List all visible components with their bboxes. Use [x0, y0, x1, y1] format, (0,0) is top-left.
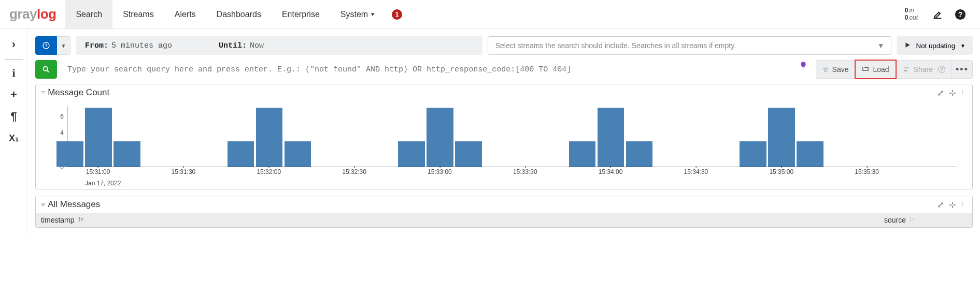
x-tick: 15:34:30: [684, 168, 708, 175]
time-picker-button-group: ▼: [35, 36, 70, 55]
nav-system[interactable]: System ▼: [330, 0, 386, 28]
bar: [285, 141, 311, 167]
logo: graylog: [0, 0, 65, 28]
edit-icon[interactable]: [930, 7, 945, 22]
notification-badge[interactable]: 1: [392, 9, 402, 20]
logo-part2: log: [37, 6, 56, 22]
until-label: Until:: [219, 41, 247, 50]
bar: [113, 141, 140, 167]
search-icon: [42, 65, 50, 74]
plot-area: [67, 106, 957, 167]
io-stats: 0in 0out: [905, 7, 918, 21]
x-axis: 15:31:0015:31:3015:32:0015:32:3015:33:00…: [67, 167, 957, 179]
run-search-button[interactable]: [35, 60, 57, 79]
chevron-down-icon[interactable]: 〉: [961, 200, 967, 209]
play-icon: [904, 41, 911, 50]
star-icon: ☆: [822, 65, 829, 74]
bar: [768, 108, 794, 167]
ellipsis-icon: •••: [956, 64, 969, 75]
sidebar-paragraph[interactable]: ¶: [5, 107, 23, 126]
streams-select[interactable]: Select streams the search should include…: [488, 36, 891, 55]
table-header: timestamp source: [36, 213, 972, 227]
nav-streams[interactable]: Streams: [112, 0, 164, 28]
x-tick: 15:32:30: [342, 168, 366, 175]
update-label: Not updating: [916, 42, 956, 50]
query-input[interactable]: [62, 60, 794, 79]
bar: [85, 108, 111, 167]
folder-icon: [861, 65, 870, 74]
bar: [740, 141, 766, 167]
x-tick: 15:32:00: [257, 168, 281, 175]
sort-icon: [78, 216, 84, 224]
sidebar-variable[interactable]: X₁: [5, 129, 23, 148]
panel-title: Message Count: [48, 87, 932, 98]
panel-all-messages: ≡ All Messages ⤢ ⊹ 〉 timestamp source: [35, 196, 973, 228]
fullscreen-icon[interactable]: ⤢: [937, 200, 944, 210]
share-button[interactable]: Share ?: [896, 60, 952, 79]
drag-handle-icon[interactable]: ≡: [41, 89, 44, 97]
column-source[interactable]: source: [884, 216, 915, 224]
x-tick: 15:35:00: [769, 168, 793, 175]
clock-icon: [42, 41, 50, 50]
bar: [626, 141, 652, 167]
load-button[interactable]: Load: [855, 60, 896, 79]
svg-text:?: ?: [958, 10, 962, 18]
bar: [455, 141, 481, 167]
svg-point-4: [904, 66, 906, 68]
nav-alerts[interactable]: Alerts: [164, 0, 206, 28]
time-picker-button[interactable]: [35, 36, 57, 55]
pilcrow-icon: ¶: [10, 110, 17, 123]
x-sub-icon: X₁: [9, 133, 19, 144]
x-tick: 15:33:30: [513, 168, 537, 175]
update-button[interactable]: Not updating ▼: [897, 36, 973, 55]
sidebar: › i + ¶ X₁: [0, 29, 28, 234]
hint-icon[interactable]: [799, 60, 807, 79]
chevron-right-icon: ›: [12, 38, 16, 51]
chevron-down-icon[interactable]: 〉: [961, 89, 967, 97]
caret-down-icon: ▼: [877, 41, 885, 50]
save-button[interactable]: ☆ Save: [816, 60, 856, 79]
from-label: From:: [85, 41, 108, 50]
plus-icon: +: [10, 88, 17, 101]
chart-date-label: Jan 17, 2022: [51, 180, 957, 187]
collapse-grid-icon[interactable]: ⊹: [949, 88, 956, 98]
sidebar-add[interactable]: +: [5, 85, 23, 104]
sidebar-separator: [5, 59, 23, 60]
sidebar-expand[interactable]: ›: [5, 35, 23, 54]
bar: [228, 141, 254, 167]
bar: [56, 141, 83, 167]
x-tick: 15:31:30: [172, 168, 196, 175]
svg-point-3: [44, 67, 48, 71]
x-tick: 15:33:00: [428, 168, 452, 175]
column-timestamp[interactable]: timestamp: [41, 216, 84, 224]
help-icon[interactable]: ?: [953, 7, 968, 22]
caret-down-icon: ▼: [370, 11, 375, 17]
fullscreen-icon[interactable]: ⤢: [937, 88, 944, 98]
panel-title: All Messages: [48, 199, 932, 210]
time-range-bar[interactable]: From: 5 minutes ago Until: Now: [76, 36, 482, 55]
nav-dashboards[interactable]: Dashboards: [206, 0, 272, 28]
drag-handle-icon[interactable]: ≡: [41, 200, 44, 209]
chart: 0246 15:31:0015:31:3015:32:0015:32:3015:…: [51, 106, 957, 179]
more-button[interactable]: •••: [952, 60, 973, 79]
logo-part1: gray: [9, 6, 37, 22]
y-tick: 4: [60, 129, 64, 137]
nav-enterprise[interactable]: Enterprise: [272, 0, 330, 28]
share-icon: [902, 65, 911, 74]
caret-down-icon: ▼: [61, 43, 66, 49]
bar: [598, 108, 624, 167]
top-nav: graylog Search Streams Alerts Dashboards…: [0, 0, 980, 29]
collapse-grid-icon[interactable]: ⊹: [949, 200, 956, 210]
info-icon: i: [12, 66, 15, 80]
search-toolbar: ☆ Save Load Share ? •••: [816, 60, 973, 79]
time-picker-dropdown[interactable]: ▼: [57, 36, 70, 55]
until-value: Now: [250, 41, 264, 50]
bar: [256, 108, 282, 167]
y-tick: 6: [60, 113, 64, 120]
bar: [398, 141, 424, 167]
sidebar-info[interactable]: i: [5, 64, 23, 82]
streams-placeholder: Select streams the search should include…: [495, 41, 736, 50]
panel-message-count: ≡ Message Count ⤢ ⊹ 〉 0246 15:31:0015:31…: [35, 84, 973, 189]
nav-search[interactable]: Search: [65, 0, 112, 28]
sort-icon: [909, 216, 915, 224]
